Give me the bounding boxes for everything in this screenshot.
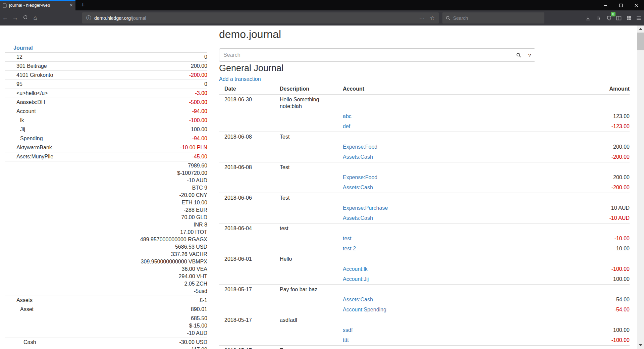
download-icon[interactable]	[583, 13, 593, 23]
posting-account-link[interactable]: Assets:Cash	[343, 215, 373, 221]
posting-account-link[interactable]: test	[343, 236, 352, 241]
scrollbar-down-arrow[interactable]	[637, 342, 644, 349]
sidebar-account-link[interactable]: Aktywa:mBank	[16, 145, 52, 150]
sidebar-account-link[interactable]: Account	[16, 108, 36, 114]
posting-account-link[interactable]: Account:lk	[343, 266, 368, 272]
tab-close-icon[interactable]: ×	[70, 3, 73, 8]
toolbar-search[interactable]: Search	[442, 12, 544, 23]
home-button[interactable]: ⌂	[30, 12, 40, 23]
transaction-row: 2018-06-06 Test	[219, 193, 630, 203]
adblock-extension-icon[interactable]: 0	[604, 13, 614, 23]
tab-journal[interactable]: journal - hledger-web ×	[0, 0, 75, 10]
sidebar-account-link[interactable]: 301 Beiträge	[16, 63, 47, 69]
page-actions-icon[interactable]: ⋯	[419, 15, 425, 21]
posting-row: Account:Spending -54.00	[219, 305, 630, 315]
back-button[interactable]: ←	[0, 12, 10, 23]
sidebar-account-link[interactable]: Assets	[16, 297, 33, 303]
sidebar-account-link[interactable]: Asets:MunyPile	[16, 154, 53, 159]
account-balance: -100.00	[90, 117, 207, 124]
account-balance: -200.00	[90, 71, 207, 79]
url-bar[interactable]: ⓘ demo.hledger.org /journal ⋯ ☆	[82, 12, 439, 23]
account-balance: 0	[90, 81, 207, 88]
sidebar-account-link[interactable]: Aaasets:DH	[16, 99, 45, 105]
posting-amount: -10.00	[489, 234, 630, 244]
transaction-description: test	[277, 223, 340, 234]
sidebar-account-link[interactable]: <u>hello</u>	[16, 90, 48, 96]
posting-row: Expense:Food 200.00	[219, 172, 630, 183]
new-tab-button[interactable]: +	[78, 0, 88, 10]
forward-button[interactable]: →	[10, 12, 20, 23]
posting-amount: -200.00	[489, 152, 630, 162]
search-help-button[interactable]: ?	[524, 48, 535, 62]
sidebar-account-link[interactable]: 12	[16, 54, 22, 60]
posting-account-link[interactable]: Assets:Cash	[343, 154, 373, 160]
sidebar-account-row: Assets £-1	[5, 296, 207, 305]
sidebar-account-row: Account -94.00	[5, 107, 207, 116]
posting-account-link[interactable]: Assets:Cash	[343, 185, 373, 190]
posting-amount: 10.00	[489, 244, 630, 254]
minimize-button[interactable]	[598, 0, 613, 10]
posting-account-link[interactable]: Account:Jij	[343, 276, 369, 282]
page-scrollbar[interactable]	[637, 26, 644, 349]
sidebar-account-link[interactable]: Spending	[20, 136, 43, 141]
sidebar-journal-link[interactable]: Journal	[13, 45, 33, 51]
close-window-button[interactable]	[629, 0, 644, 10]
site-info-icon[interactable]: ⓘ	[86, 15, 91, 21]
posting-account-link[interactable]: test 2	[343, 246, 356, 251]
page-icon	[3, 3, 7, 8]
posting-account-link[interactable]: Account:Spending	[343, 307, 386, 312]
sidebar-account-link[interactable]: Asset	[20, 306, 34, 312]
account-balance: -10.00 PLN	[90, 144, 207, 151]
sidebar-account-link[interactable]: 4101 Girokonto	[16, 72, 53, 78]
scrollbar-up-arrow[interactable]	[637, 26, 644, 33]
search-input[interactable]	[219, 48, 513, 62]
posting-account-link[interactable]: Expense:Food	[343, 174, 377, 180]
menu-hamburger-icon[interactable]	[634, 13, 644, 23]
toolbar-search-placeholder: Search	[453, 15, 468, 21]
account-balance: 36.00 VEA	[90, 265, 207, 273]
transaction-row: 2018-06-08 Test	[219, 162, 630, 173]
posting-row: abc 123.00	[219, 111, 630, 121]
sidebar-account-link[interactable]: Cash	[23, 339, 36, 345]
bookmark-star-icon[interactable]: ☆	[430, 15, 435, 21]
add-transaction-link[interactable]: Add a transaction	[219, 76, 261, 83]
search-icon	[516, 53, 521, 58]
transaction-date: 2018-05-17	[219, 315, 277, 326]
transaction-date: 2018-06-04	[219, 223, 277, 234]
posting-account-link[interactable]: Assets:Cash	[343, 297, 373, 302]
sidebar-account-row: 301 Beiträge 200.00	[5, 62, 207, 71]
sidebar-account-link[interactable]: 95	[16, 81, 22, 87]
account-balance: 17.00 ITOT	[90, 229, 207, 236]
posting-account-link[interactable]: ssdf	[343, 327, 353, 333]
scrollbar-thumb[interactable]	[637, 33, 644, 50]
transaction-description: Test	[277, 193, 340, 203]
sidebar-toggle-icon[interactable]	[614, 13, 624, 23]
sidebar-account-row: Cash -30.00 USD -117.00	[5, 338, 207, 349]
sidebar-account-row: 7989.60 $-100720.00 -10 AUD BTC 9 -20.00…	[5, 161, 207, 296]
sidebar-account-link[interactable]: lk	[20, 117, 24, 123]
column-date: Date	[219, 84, 277, 94]
posting-account-link[interactable]: Expense:Food	[343, 144, 377, 150]
posting-account-link[interactable]: abc	[343, 113, 352, 119]
account-balance: 2.05 ZCH	[90, 280, 207, 288]
maximize-button[interactable]	[613, 0, 629, 10]
posting-account-link[interactable]: def	[343, 123, 350, 129]
search-button[interactable]	[513, 48, 524, 62]
posting-amount: -200.00	[489, 183, 630, 193]
posting-amount: 100.00	[489, 325, 630, 335]
sidebar-account-row: lk -100.00	[5, 116, 207, 125]
library-icon[interactable]	[593, 13, 603, 23]
posting-account-link[interactable]: tttt	[343, 337, 349, 343]
column-description: Description	[277, 84, 340, 94]
apps-grid-icon[interactable]	[624, 13, 634, 23]
sidebar-accounts-table: Journal 12 0 301 Beiträge 200.00 4101 Gi…	[5, 44, 207, 349]
account-balance: -30.00 USD	[90, 339, 207, 346]
posting-account-link[interactable]: Expense:Purchase	[343, 205, 388, 211]
sidebar-account-row: <u>hello</u> -3.00	[5, 89, 207, 98]
transaction-row: 2018-05-17 asdfadf	[219, 315, 630, 326]
section-title: General Journal	[219, 62, 630, 74]
account-balance: 0	[90, 53, 207, 61]
sidebar-account-row: Asset 890.01	[5, 305, 207, 314]
sidebar-account-link[interactable]: Jij	[20, 127, 25, 132]
reload-button[interactable]	[20, 12, 30, 23]
